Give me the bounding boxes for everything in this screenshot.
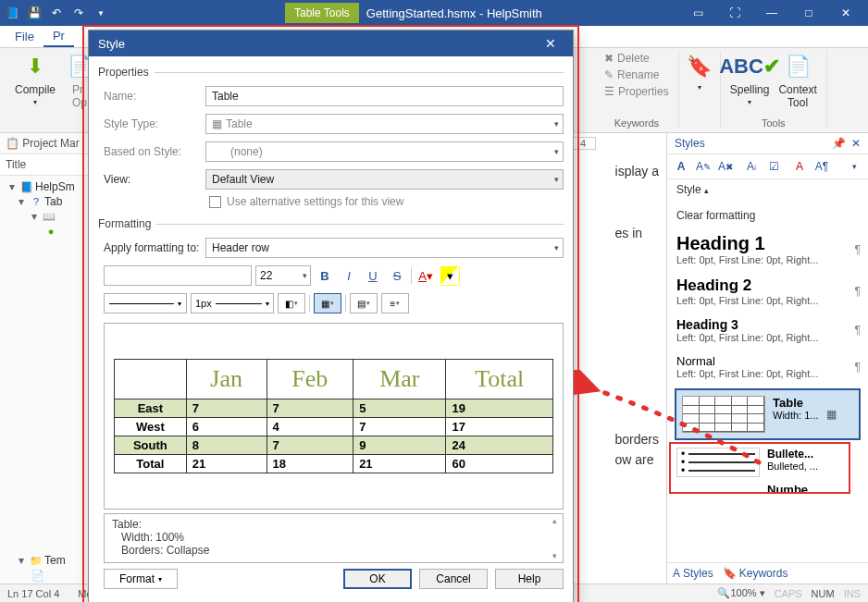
preview-table: JanFebMarTotalEast77519West64717South879… [114, 359, 553, 473]
keywords-group-label: Keywords [614, 117, 659, 129]
close-button[interactable]: ✕ [827, 0, 864, 26]
view-select[interactable]: Default View▾ [205, 169, 564, 190]
rename-button[interactable]: ✎Rename [604, 68, 669, 81]
tab-styles[interactable]: AStyles [673, 567, 713, 580]
save-icon[interactable]: 💾 [26, 5, 43, 21]
style-heading2[interactable]: Heading 2 Left: 0pt, First Line: 0pt, Ri… [667, 271, 868, 312]
ribbon-min-icon[interactable]: ▭ [679, 0, 716, 26]
view-row: View: Default View▾ [104, 169, 564, 190]
style-bulleted[interactable]: Bullete... Bulleted, ... [667, 444, 868, 481]
style-normal[interactable]: Normal Left: 0pt, First Line: 0pt, Right… [667, 349, 868, 385]
spelling-button[interactable]: ABC✔ Spelling ▾ [730, 52, 770, 109]
context-tool-button[interactable]: 📄 Context Tool [778, 52, 816, 109]
tab-file[interactable]: File [6, 26, 43, 47]
style-table[interactable]: Table Width: 1... ▦ [675, 388, 861, 440]
bold-button[interactable]: B [315, 265, 335, 286]
project-tree[interactable]: ▾📘HelpSm ▾?Tab ▾📖 ● ▾📁Tem 📄 📄 📄 [0, 176, 96, 584]
font-color-button[interactable]: A▾ [415, 265, 436, 286]
summary-scrollbar[interactable]: ▴▾ [548, 516, 561, 560]
properties-icon: ☰ [604, 85, 614, 98]
undo-icon[interactable]: ↶ [48, 5, 65, 21]
delete-button[interactable]: ✖Delete [604, 52, 669, 65]
based-on-row: Based on Style: (none)▾ [104, 141, 564, 162]
dialog-close-button[interactable]: ✕ [538, 31, 564, 56]
num-indicator: NUM [812, 588, 835, 599]
style-type-select[interactable]: ▦Table▾ [205, 114, 564, 134]
delete-icon: ✖ [604, 52, 614, 65]
app-icon: 📘 [4, 5, 20, 21]
tab-keywords[interactable]: 🔖Keywords [723, 567, 788, 580]
tree-leaf[interactable]: ● [2, 224, 94, 239]
title-column-header[interactable]: Title [0, 154, 96, 176]
paragraph-icon: ¶ [855, 243, 861, 256]
style-type-label: Style Type: [104, 117, 205, 130]
table-icon: ▦ [212, 117, 222, 130]
new-style-icon[interactable]: A [673, 158, 689, 175]
style-para-icon[interactable]: A¶ [813, 158, 830, 175]
fullscreen-icon[interactable]: ⛶ [716, 0, 753, 26]
dialog-titlebar[interactable]: Style ✕ [89, 31, 573, 56]
window-title: GettingStarted.hsmx - HelpSmith [359, 6, 679, 20]
tree-root[interactable]: ▾📘HelpSm [2, 179, 94, 194]
properties-button[interactable]: ☰Properties [604, 85, 669, 98]
alt-settings-row[interactable]: Use alternative settings for this view [209, 195, 564, 208]
style-numbered[interactable]: Numbe [667, 481, 868, 502]
underline-button[interactable]: U [363, 265, 383, 286]
font-size-select[interactable]: 22▾ [255, 265, 311, 286]
spelling-icon: ABC✔ [735, 52, 764, 81]
italic-button[interactable]: I [339, 265, 359, 286]
ok-button[interactable]: OK [343, 569, 412, 589]
style-options-icon[interactable]: ☑ [765, 158, 782, 175]
tree-template-item[interactable]: 📄 [2, 568, 94, 583]
align-button[interactable]: ≡▾ [381, 293, 409, 313]
border-width-select[interactable]: 1px▾ [191, 293, 274, 313]
help-button[interactable]: Help [495, 569, 564, 589]
borders-button[interactable]: ▦▾ [314, 293, 341, 313]
based-on-select[interactable]: (none)▾ [205, 141, 564, 162]
delete-style-icon[interactable]: A✖ [717, 158, 734, 175]
alt-settings-checkbox[interactable] [209, 196, 221, 208]
styles-list[interactable]: Clear formatting Heading 1 Left: 0pt, Fi… [667, 200, 868, 562]
contextual-tab-table-tools[interactable]: Table Tools [285, 3, 359, 23]
tree-templates[interactable]: ▾📁Tem [2, 553, 94, 568]
dialog-title: Style [98, 37, 125, 51]
keywords-tab-icon: 🔖 [723, 567, 737, 580]
border-color-button[interactable]: ◧▾ [278, 293, 305, 313]
cancel-button[interactable]: Cancel [419, 569, 488, 589]
project-manager-header: 📋 Project Mar [0, 133, 96, 154]
dialog-button-row: Format▾ OK Cancel Help [98, 569, 564, 596]
qat-dropdown-icon[interactable]: ▼ [93, 5, 109, 21]
edit-style-icon[interactable]: A✎ [695, 158, 712, 175]
tree-node-tab[interactable]: ▾?Tab [2, 194, 94, 209]
style-more-icon[interactable]: ▾ [846, 158, 862, 175]
style-font-icon[interactable]: A [791, 158, 808, 175]
redo-icon[interactable]: ↷ [70, 5, 87, 21]
style-inspector-icon[interactable]: Aᵢ [743, 158, 760, 175]
style-heading3[interactable]: Heading 3 Left: 0pt, First Line: 0pt, Ri… [667, 312, 868, 349]
border-style-select[interactable]: ▾ [104, 293, 187, 313]
keywords-icon: 🔖 [685, 52, 714, 81]
compile-button[interactable]: ⬇ Compile ▾ [15, 52, 56, 109]
clear-formatting-item[interactable]: Clear formatting [667, 203, 868, 227]
close-panel-icon[interactable]: ✕ [851, 137, 861, 150]
tab-project[interactable]: Pr [43, 26, 74, 47]
font-family-select[interactable] [104, 265, 252, 286]
zoom-control[interactable]: 🔍100% ▾ [717, 587, 764, 599]
shading-button[interactable]: ▤▾ [350, 293, 378, 313]
project-options-label: Pr Op [72, 83, 87, 109]
format-menu-button[interactable]: Format▾ [104, 569, 178, 589]
keywords-button[interactable]: 🔖▾ [685, 52, 714, 92]
font-toolbar: 22▾ B I U S A▾ ▾ [104, 265, 564, 286]
name-input[interactable]: Table [205, 86, 564, 106]
apply-to-select[interactable]: Header row▾ [205, 238, 564, 258]
pin-icon[interactable]: 📌 [832, 137, 846, 150]
tree-node-child[interactable]: ▾📖 [2, 209, 94, 224]
maximize-button[interactable]: □ [790, 0, 827, 26]
compile-label: Compile [15, 83, 56, 96]
style-heading1[interactable]: Heading 1 Left: 0pt, First Line: 0pt, Ri… [667, 227, 868, 271]
style-section-toggle[interactable]: Style ▴ [667, 179, 868, 200]
highlight-button[interactable]: ▾ [440, 265, 460, 286]
strike-button[interactable]: S [387, 265, 407, 286]
tools-group-label: Tools [762, 117, 786, 129]
minimize-button[interactable]: — [753, 0, 790, 26]
